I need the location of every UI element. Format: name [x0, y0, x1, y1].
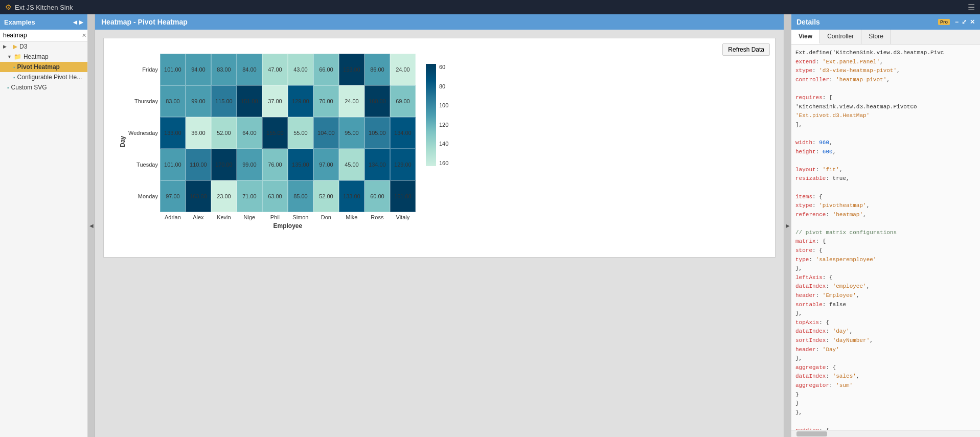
col-label: Vitaly	[390, 212, 416, 220]
heatmap-y-section: Friday Thursday Wednesday Tuesday Monday	[128, 54, 160, 229]
sidebar-item-pivot-heatmap[interactable]: ▪ Pivot Heatmap	[0, 62, 87, 72]
heatmap-cell: 24.00	[339, 85, 364, 117]
heatmap-cell: 83.00	[160, 85, 186, 117]
sidebar-item-heatmap-group[interactable]: ▼ 📁 Heatmap	[0, 52, 87, 62]
heatmap-legend: 1601401201008060	[426, 64, 448, 229]
refresh-data-button[interactable]: Refresh Data	[722, 43, 770, 56]
col-label: Phil	[262, 212, 288, 220]
heatmap-cell: 101.00	[160, 149, 186, 180]
code-line: dataIndex: 'employee',	[795, 282, 976, 291]
heatmap-cell: 69.00	[390, 85, 416, 117]
toggle-d3-icon[interactable]: ▶	[3, 44, 7, 49]
code-line: padding: {	[795, 426, 976, 430]
heatmap-col-labels: AdrianAlexKevinNigePhilSimonDonMikeRossV…	[160, 212, 416, 220]
sidebar-item-heatmap-label: Heatmap	[24, 53, 49, 60]
code-line: aggregate: {	[795, 363, 976, 373]
collapse-left-handle[interactable]: ◀	[88, 14, 95, 437]
search-clear-icon[interactable]: ✕	[82, 32, 86, 39]
code-line: aggregator: 'sum'	[795, 381, 976, 390]
code-line: topAxis: {	[795, 318, 976, 328]
row-label-tuesday: Tuesday	[128, 149, 158, 180]
row-label-friday: Friday	[128, 54, 158, 85]
content-area: Heatmap - Pivot Heatmap Refresh Data Day…	[95, 14, 784, 437]
code-line: sortIndex: 'dayNumber',	[795, 336, 976, 346]
heatmap-cell: 129.00	[390, 149, 416, 180]
legend-area: 1601401201008060	[426, 64, 448, 168]
heatmap-cell: 83.00	[211, 54, 237, 85]
heatmap-row-labels: Friday Thursday Wednesday Tuesday Monday	[128, 54, 160, 212]
legend-tick-label: 60	[439, 64, 448, 70]
code-line: },	[795, 264, 976, 273]
code-line: resizable: true,	[795, 174, 976, 183]
details-header: Details Pro − ⤢ ✕	[791, 14, 980, 30]
row-label-monday: Monday	[128, 180, 158, 212]
heatmap-cell: 129.00	[288, 85, 313, 117]
heatmap-cell: 47.00	[262, 54, 288, 85]
code-line: xtype: 'd3-view-heatmap-pivot',	[795, 66, 976, 76]
app-title: ⚙ Ext JS Kitchen Sink	[5, 3, 73, 11]
heatmap-cell: 70.00	[313, 85, 339, 117]
heatmap-cell: 155.00	[262, 117, 288, 149]
heatmap-cell: 24.00	[390, 54, 416, 85]
col-label: Simon	[288, 212, 313, 220]
heatmap-cell: 134.00	[364, 149, 390, 180]
heatmap-cell: 45.00	[339, 149, 364, 180]
content-header: Heatmap - Pivot Heatmap	[95, 14, 784, 30]
heatmap-data-row: 101.0094.0083.0084.0047.0043.0066.00153.…	[160, 54, 416, 85]
code-line: header: 'Day'	[795, 346, 976, 355]
tab-controller[interactable]: Controller	[820, 30, 861, 44]
details-minimize-icon[interactable]: −	[955, 18, 959, 26]
toggle-heatmap-icon[interactable]: ▼	[7, 54, 12, 59]
collapse-right-handle[interactable]: ▶	[784, 14, 791, 437]
heatmap-cell: 37.00	[262, 85, 288, 117]
heatmap-cell: 55.00	[288, 117, 313, 149]
heatmap-cell: 163.00	[186, 180, 211, 212]
heatmap-cell: 104.00	[313, 117, 339, 149]
code-line: reference: 'heatmap',	[795, 211, 976, 220]
heatmap-cell: 135.00	[288, 149, 313, 180]
heatmap-cell: 64.00	[237, 117, 262, 149]
code-line: },	[795, 309, 976, 318]
heatmap-cell: 134.00	[390, 117, 416, 149]
details-close-icon[interactable]: ✕	[970, 18, 975, 26]
details-bottom-scrollbar[interactable]	[791, 430, 980, 437]
pivot-heatmap-file-icon: ▪	[13, 64, 15, 70]
heatmap-container: Day Friday Thursday Wednesday Tuesday Mo…	[119, 54, 770, 229]
code-line: },	[795, 354, 976, 363]
code-line: leftAxis: {	[795, 273, 976, 283]
search-input[interactable]	[3, 32, 80, 39]
menu-icon[interactable]: ☰	[968, 3, 975, 12]
search-bar: ✕ 🔍	[0, 30, 87, 41]
sidebar-item-d3[interactable]: ▶ ▶ D3	[0, 41, 87, 52]
tab-store[interactable]: Store	[861, 30, 891, 44]
sidebar-title: Examples	[4, 18, 35, 26]
heatmap-cell: 52.00	[313, 180, 339, 212]
sidebar-item-custom-svg[interactable]: ▪ Custom SVG	[0, 82, 87, 93]
details-header-icons: Pro − ⤢ ✕	[938, 18, 975, 26]
heatmap-cell: 97.00	[160, 180, 186, 212]
h-scroll-thumb[interactable]	[796, 431, 827, 436]
code-line: height: 600,	[795, 148, 976, 157]
tab-view[interactable]: View	[791, 30, 820, 44]
sidebar-item-configurable-pivot[interactable]: ▪ Configurable Pivot He...	[0, 72, 87, 82]
heatmap-cell: 36.00	[186, 117, 211, 149]
heatmap-cell: 151.00	[237, 85, 262, 117]
heatmap-data-row: 133.0036.0052.0064.00155.0055.00104.0095…	[160, 117, 416, 149]
code-line: extend: 'Ext.panel.Panel',	[795, 58, 976, 67]
h-scroll-track[interactable]	[791, 430, 980, 437]
heatmap-data-row: 97.00163.0023.0071.0063.0085.0052.00133.…	[160, 180, 416, 212]
heatmap-cell: 95.00	[339, 117, 364, 149]
details-expand-icon[interactable]: ⤢	[962, 18, 967, 26]
legend-tick-label: 120	[439, 122, 448, 128]
heatmap-cell: 84.00	[237, 54, 262, 85]
heatmap-cell: 115.00	[211, 85, 237, 117]
sidebar-item-d3-label: D3	[19, 43, 27, 50]
sidebar-arrow-left[interactable]: ◀	[73, 19, 77, 25]
custom-svg-file-icon: ▪	[7, 85, 9, 90]
code-line: // pivot matrix configurations	[795, 228, 976, 238]
chart-panel: Refresh Data Day Friday Thursday Wednesd…	[103, 38, 776, 258]
sidebar-arrow-right[interactable]: ▶	[79, 19, 83, 25]
sidebar-tree: ▶ ▶ D3 ▼ 📁 Heatmap ▪ Pivot Heatmap ▪ Con…	[0, 41, 87, 93]
heatmap-cell: 170.00	[211, 149, 237, 180]
col-label: Ross	[364, 212, 390, 220]
